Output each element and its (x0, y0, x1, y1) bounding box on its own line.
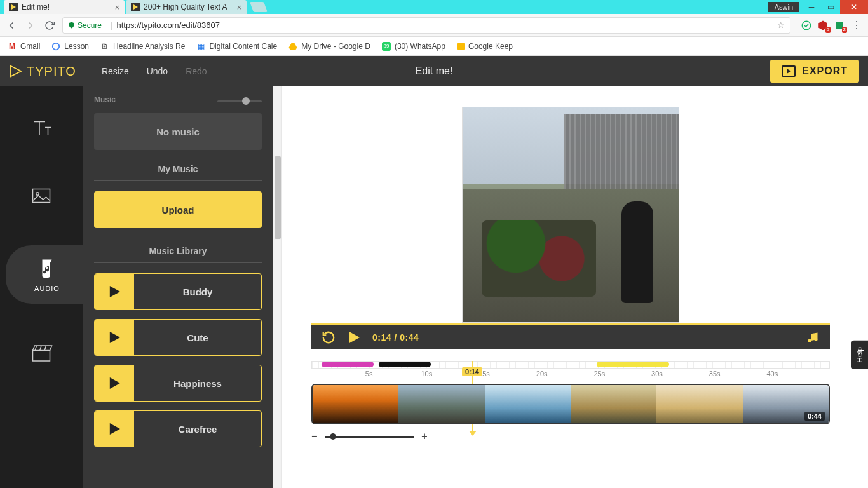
track-play-icon[interactable] (95, 320, 134, 355)
bookmark-item[interactable]: 39(30) WhatsApp (382, 42, 445, 51)
clip-thumb[interactable] (571, 385, 656, 423)
rail-audio[interactable]: AUDIO (6, 245, 88, 304)
svg-rect-8 (33, 189, 50, 203)
tab-favicon (9, 3, 18, 11)
tab-close-icon[interactable]: × (114, 3, 119, 12)
zoom-control: − + (311, 431, 830, 442)
rewind-button[interactable] (322, 330, 336, 344)
reload-button[interactable] (43, 19, 56, 32)
timeline-clips[interactable]: 0:44 (311, 384, 830, 424)
ruler-tick: 20s (536, 370, 548, 377)
svg-marker-1 (133, 4, 138, 10)
bookmark-item[interactable]: Google Keep (457, 42, 513, 51)
track-play-icon[interactable] (95, 274, 134, 309)
os-titlebar: Edit me! × 200+ High Quality Text A × As… (0, 0, 868, 14)
project-title[interactable]: Edit me! (416, 65, 453, 77)
svg-point-9 (36, 193, 39, 196)
rail-image[interactable] (0, 178, 83, 214)
upload-button[interactable]: Upload (94, 191, 262, 228)
play-button[interactable] (347, 330, 361, 344)
track-item[interactable]: Buddy (94, 273, 262, 310)
svg-point-4 (53, 43, 60, 50)
bookmark-star-icon[interactable]: ☆ (777, 20, 785, 30)
music-volume-label: Music (94, 95, 116, 104)
browser-menu-icon[interactable]: ⋮ (850, 19, 863, 32)
svg-rect-10 (33, 351, 50, 362)
zoom-in-icon[interactable]: + (421, 431, 427, 442)
ruler-tick: 40s (766, 370, 778, 377)
text-icon (30, 117, 53, 140)
browser-tabstrip: Edit me! × 200+ High Quality Text A × (4, 0, 266, 14)
export-button[interactable]: EXPORT (770, 60, 859, 83)
tab-title: Edit me! (22, 3, 112, 11)
svg-marker-13 (110, 377, 120, 389)
window-minimize-icon[interactable]: ─ (802, 0, 821, 14)
svg-point-17 (815, 337, 818, 341)
clip-thumb[interactable] (656, 385, 742, 423)
track-play-icon[interactable] (95, 365, 134, 401)
app-logo[interactable]: TYPITO (9, 64, 76, 79)
bookmark-item[interactable]: 🗎Headline Analysis Re (100, 42, 185, 51)
svg-marker-5 (289, 43, 297, 50)
bookmarks-bar: MGmail Lesson 🗎Headline Analysis Re ▦Dig… (0, 37, 868, 56)
rail-text[interactable] (0, 111, 83, 146)
os-user-badge[interactable]: Aswin (768, 2, 799, 12)
music-volume-slider[interactable] (217, 100, 262, 102)
library-heading: Music Library (94, 246, 262, 263)
clip-thumb[interactable] (313, 385, 398, 423)
window-maximize-icon[interactable]: ▭ (821, 0, 840, 14)
timeline-clip-marker[interactable] (379, 362, 431, 367)
google-icon (51, 42, 60, 51)
app-main: AUDIO Music No music My Music Upload Mus… (0, 86, 868, 488)
track-play-icon[interactable] (95, 411, 134, 447)
svg-marker-7 (787, 69, 791, 74)
timeline-clip-marker[interactable] (597, 362, 669, 367)
extension-icon[interactable]: 5 (817, 20, 829, 31)
new-tab-button[interactable] (250, 2, 268, 12)
tab-close-icon[interactable]: × (236, 3, 241, 12)
extensions-area: 5 2 ⋮ (801, 19, 863, 32)
clip-thumb[interactable] (398, 385, 484, 423)
music-toggle-icon[interactable] (806, 330, 820, 344)
player-bar: 0:14 / 0:44 (311, 323, 830, 349)
clip-thumb[interactable] (485, 385, 571, 423)
tool-rail: AUDIO (0, 86, 83, 488)
zoom-slider[interactable] (325, 436, 414, 438)
bookmark-item[interactable]: My Drive - Google D (288, 42, 370, 51)
track-item[interactable]: Carefree (94, 410, 262, 447)
ruler-tick: 10s (421, 370, 432, 377)
extension-icon[interactable] (801, 20, 812, 31)
timeline-ruler[interactable]: 5s10s15s20s25s30s35s40s 0:14 (311, 361, 830, 380)
timeline: 5s10s15s20s25s30s35s40s 0:14 0:44 (311, 361, 830, 442)
svg-marker-15 (349, 332, 360, 343)
browser-tab[interactable]: 200+ High Quality Text A × (126, 0, 247, 14)
timeline-clip-marker[interactable] (322, 362, 374, 367)
address-bar[interactable]: Secure | https://typito.com/edit/83607 ☆ (62, 17, 790, 34)
bookmark-item[interactable]: ▦Digital Content Cale (196, 42, 277, 51)
zoom-out-icon[interactable]: − (311, 431, 317, 442)
ruler-tick: 30s (651, 370, 663, 377)
help-tab[interactable]: Help (851, 341, 868, 369)
secure-label: Secure (78, 21, 102, 30)
my-music-heading: My Music (94, 164, 262, 181)
extension-icon[interactable]: 2 (834, 20, 845, 31)
back-button[interactable] (5, 19, 18, 32)
forward-button (24, 19, 37, 32)
track-item[interactable]: Cute (94, 319, 262, 356)
scrollbar[interactable] (273, 86, 282, 488)
gmail-icon: M (8, 42, 17, 51)
bookmark-item[interactable]: MGmail (8, 42, 40, 51)
no-music-button[interactable]: No music (94, 113, 262, 150)
browser-tab-active[interactable]: Edit me! × (4, 0, 125, 14)
track-item[interactable]: Happiness (94, 365, 262, 402)
image-icon (30, 184, 53, 207)
audio-panel: Music No music My Music Upload Music Lib… (83, 86, 273, 488)
rail-video[interactable] (0, 336, 83, 371)
app-root: TYPITO Resize Undo Redo Edit me! EXPORT … (0, 56, 868, 488)
video-preview[interactable] (462, 107, 679, 323)
undo-menu[interactable]: Undo (147, 66, 168, 76)
url-text: https://typito.com/edit/83607 (116, 20, 220, 30)
window-close-icon[interactable]: ✕ (840, 0, 868, 14)
bookmark-item[interactable]: Lesson (51, 42, 89, 51)
resize-menu[interactable]: Resize (102, 66, 129, 76)
